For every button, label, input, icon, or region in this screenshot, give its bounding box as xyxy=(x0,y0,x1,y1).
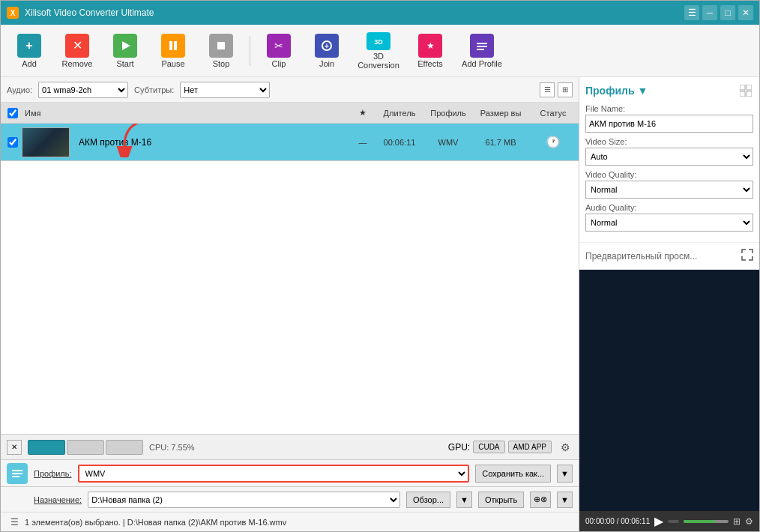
file-name: АКМ против М-16 xyxy=(76,137,352,148)
3d-conversion-button[interactable]: 3D 3D Conversion xyxy=(352,29,405,73)
file-duration: 00:06:11 xyxy=(373,138,426,147)
window-controls: ☰ ─ □ ✕ xyxy=(684,5,753,20)
preview-settings-button[interactable]: ⚙ xyxy=(745,516,753,527)
name-column-header: Имя xyxy=(22,109,352,118)
profile-title[interactable]: Профиль ▼ xyxy=(585,85,648,97)
app-icon: X xyxy=(7,7,19,19)
file-status: 🕐 xyxy=(531,135,576,149)
video-size-label: Video Size: xyxy=(585,137,753,146)
remove-button[interactable]: ✕ Remove xyxy=(55,29,100,73)
grid-view-icon[interactable]: ⊞ xyxy=(558,82,573,97)
join-button[interactable]: + Join xyxy=(304,29,349,73)
svg-text:★: ★ xyxy=(426,40,435,51)
svg-rect-8 xyxy=(174,41,177,50)
profile-select[interactable]: WMV xyxy=(78,465,470,483)
gpu-label: GPU: xyxy=(448,442,470,453)
file-size: 61.7 MB xyxy=(471,138,531,147)
amd-button[interactable]: AMD APP xyxy=(508,441,552,453)
svg-rect-7 xyxy=(169,41,172,50)
svg-rect-27 xyxy=(12,473,22,474)
save-as-button[interactable]: Сохранить как... xyxy=(475,465,551,483)
list-icon[interactable]: ☰ xyxy=(7,515,22,530)
destination-select[interactable]: D:\Новая папка (2) xyxy=(88,492,400,508)
star-column-header: ★ xyxy=(352,108,373,118)
file-list-header: Имя ★ Длитель Профиль Размер вы Статус xyxy=(1,103,579,124)
check-column xyxy=(4,108,22,118)
save-as-dropdown[interactable]: ▼ xyxy=(557,465,573,483)
file-name-label: File Name: xyxy=(585,104,753,113)
status-clock-icon: 🕐 xyxy=(546,135,561,149)
titlebar: X Xilisoft Video Converter Ultimate ☰ ─ … xyxy=(1,1,759,25)
clip-button[interactable]: ✂ Clip xyxy=(256,29,301,73)
file-star: — xyxy=(352,138,373,147)
effects-button[interactable]: ★ Effects xyxy=(408,29,453,73)
video-quality-select[interactable]: Normal High Low xyxy=(585,181,753,199)
preview-play-button[interactable]: ▶ xyxy=(654,514,663,528)
remove-icon: ✕ xyxy=(65,34,89,58)
start-icon xyxy=(113,34,137,58)
audio-quality-select[interactable]: Normal High Low xyxy=(585,214,753,232)
browse-button[interactable]: Обзор... xyxy=(406,492,450,508)
media-bar-icons: ☰ ⊞ xyxy=(540,82,573,97)
svg-rect-6 xyxy=(165,37,181,54)
tab-1[interactable] xyxy=(28,440,65,455)
preview-volume-bar[interactable] xyxy=(684,520,729,523)
bottom-bar: ✕ CPU: 7.55% GPU: CUDA AMD APP ⚙ xyxy=(1,434,579,459)
settings-icon[interactable]: ⚙ xyxy=(558,440,573,455)
dest-more[interactable]: ▼ xyxy=(557,492,573,508)
preview-expand-icon[interactable] xyxy=(741,249,753,263)
table-row[interactable]: АКМ против М-16 — 00:06:11 WMV 61.7 MB 🕐 xyxy=(1,124,579,161)
file-name-input[interactable] xyxy=(585,115,753,133)
stop-icon xyxy=(209,34,233,58)
menu-button[interactable]: ☰ xyxy=(684,5,699,20)
add-button[interactable]: + Add xyxy=(7,29,52,73)
preview-label-text: Предварительный просм... xyxy=(585,251,697,262)
close-button[interactable]: ✕ xyxy=(738,5,753,20)
svg-rect-30 xyxy=(747,85,752,90)
app-title: Xilisoft Video Converter Ultimate xyxy=(25,7,684,18)
preview-volume-fill xyxy=(684,520,715,523)
right-panel: Профиль ▼ File Name: xyxy=(579,77,759,531)
dest-icons[interactable]: ⊕⊗ xyxy=(530,492,551,508)
destination-label[interactable]: Назначение: xyxy=(34,495,82,504)
profile-dropdown-icon: ▼ xyxy=(638,85,648,97)
file-list: АКМ против М-16 — 00:06:11 WMV 61.7 MB 🕐 xyxy=(1,124,579,434)
preview-time: 00:00:00 / 00:06:11 xyxy=(585,517,650,525)
pause-icon xyxy=(161,34,185,58)
svg-rect-10 xyxy=(217,42,225,49)
close-bar-button[interactable]: ✕ xyxy=(7,440,22,455)
pause-button[interactable]: Pause xyxy=(151,29,196,73)
video-quality-group: Video Quality: Normal High Low xyxy=(585,170,753,199)
preview-seek-bar[interactable] xyxy=(668,520,679,523)
video-size-select[interactable]: Auto 320x240 640x480 xyxy=(585,148,753,166)
maximize-button[interactable]: □ xyxy=(720,5,735,20)
list-view-icon[interactable]: ☰ xyxy=(540,82,555,97)
thumbnail-image xyxy=(22,128,69,157)
select-all-checkbox[interactable] xyxy=(7,108,18,118)
expand-icon[interactable] xyxy=(738,83,753,98)
cuda-button[interactable]: CUDA xyxy=(473,441,504,453)
minimize-button[interactable]: ─ xyxy=(702,5,717,20)
row-checkbox-col xyxy=(4,137,22,148)
preview-controls: 00:00:00 / 00:06:11 ▶ ⊞ ⚙ xyxy=(579,511,759,531)
start-button[interactable]: Start xyxy=(103,29,148,73)
toolbar: + Add ✕ Remove Start xyxy=(1,25,759,77)
preview-snapshot-button[interactable]: ⊞ xyxy=(733,516,741,527)
stop-button[interactable]: Stop xyxy=(199,29,244,73)
left-panel: Аудио: 01 wma9-2ch Субтитры: Нет ☰ ⊞ xyxy=(1,77,579,531)
audio-select[interactable]: 01 wma9-2ch xyxy=(38,82,128,98)
profile-section-header: Профиль ▼ xyxy=(585,83,753,98)
profile-bar-label[interactable]: Профиль: xyxy=(34,469,72,478)
subtitle-select[interactable]: Нет xyxy=(180,82,270,98)
row-checkbox[interactable] xyxy=(7,137,18,148)
tab-3[interactable] xyxy=(106,440,143,455)
open-button[interactable]: Открыть xyxy=(478,492,524,508)
profile-bar-icon xyxy=(7,463,28,484)
dest-dropdown[interactable]: ▼ xyxy=(456,492,472,508)
profile-select-wrapper: WMV xyxy=(78,465,470,483)
tab-2[interactable] xyxy=(67,440,104,455)
gpu-info: GPU: CUDA AMD APP xyxy=(448,441,552,453)
svg-rect-26 xyxy=(12,470,22,471)
add-profile-button[interactable]: Add Profile xyxy=(456,29,508,73)
video-size-group: Video Size: Auto 320x240 640x480 xyxy=(585,137,753,166)
